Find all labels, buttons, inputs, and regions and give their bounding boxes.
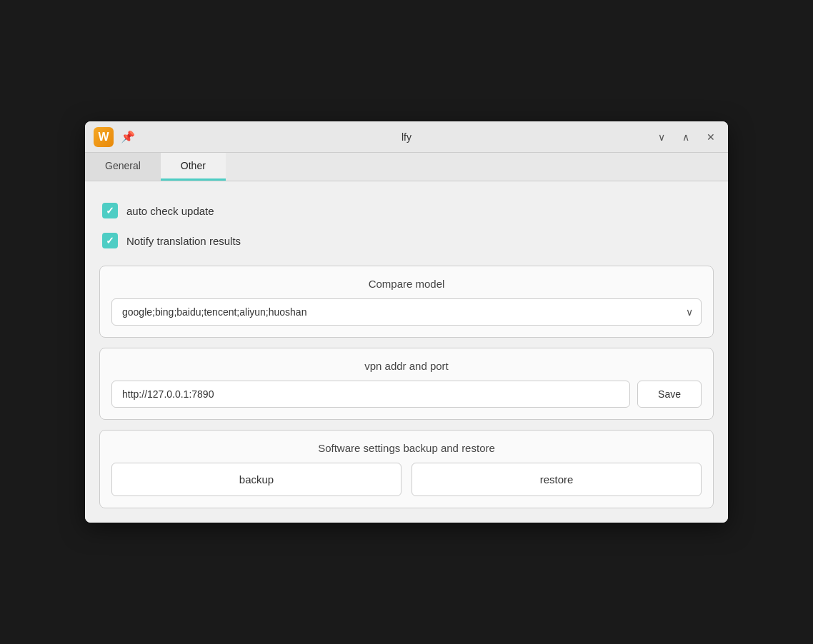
tab-general[interactable]: General	[85, 153, 161, 181]
tab-other[interactable]: Other	[161, 153, 226, 181]
pin-icon[interactable]: 📌	[121, 130, 135, 144]
minimize-button[interactable]: ∨	[654, 129, 669, 146]
app-icon: W	[94, 127, 114, 147]
restore-button[interactable]: restore	[412, 463, 702, 496]
titlebar-controls: ∨ ∧ ✕	[654, 129, 719, 146]
notify-translation-checkbox[interactable]: ✓	[102, 233, 118, 248]
checkmark-icon: ✓	[106, 206, 114, 216]
vpn-section-title: vpn addr and port	[111, 360, 702, 372]
app-window: W 📌 lfy ∨ ∧ ✕ General Other ✓ auto check…	[85, 121, 728, 523]
vpn-section: vpn addr and port Save	[99, 348, 714, 420]
backup-restore-row: backup restore	[111, 463, 702, 496]
maximize-button[interactable]: ∧	[678, 129, 694, 146]
compare-model-dropdown-container: google;bing;baidu;tencent;aliyun;huoshan…	[111, 298, 702, 326]
titlebar: W 📌 lfy ∨ ∧ ✕	[85, 121, 728, 153]
backup-restore-section: Software settings backup and restore bac…	[99, 430, 714, 508]
vpn-row: Save	[111, 381, 702, 408]
auto-check-update-row: ✓ auto check update	[99, 196, 714, 226]
compare-model-section: Compare model google;bing;baidu;tencent;…	[99, 266, 714, 338]
compare-model-select[interactable]: google;bing;baidu;tencent;aliyun;huoshan	[111, 298, 702, 326]
content-area: ✓ auto check update ✓ Notify translation…	[85, 181, 728, 523]
backup-button[interactable]: backup	[111, 463, 401, 496]
notify-translation-label: Notify translation results	[126, 235, 241, 247]
notify-translation-row: ✓ Notify translation results	[99, 226, 714, 256]
checkmark-icon-2: ✓	[106, 236, 114, 246]
vpn-address-input[interactable]	[111, 381, 630, 408]
compare-model-title: Compare model	[111, 278, 702, 290]
tab-bar: General Other	[85, 153, 728, 181]
save-button[interactable]: Save	[637, 381, 702, 408]
auto-check-update-label: auto check update	[126, 205, 214, 217]
close-button[interactable]: ✕	[702, 129, 719, 146]
backup-restore-title: Software settings backup and restore	[111, 442, 702, 454]
auto-check-update-checkbox[interactable]: ✓	[102, 203, 118, 218]
titlebar-left: W 📌	[94, 127, 135, 147]
window-title: lfy	[401, 131, 412, 143]
